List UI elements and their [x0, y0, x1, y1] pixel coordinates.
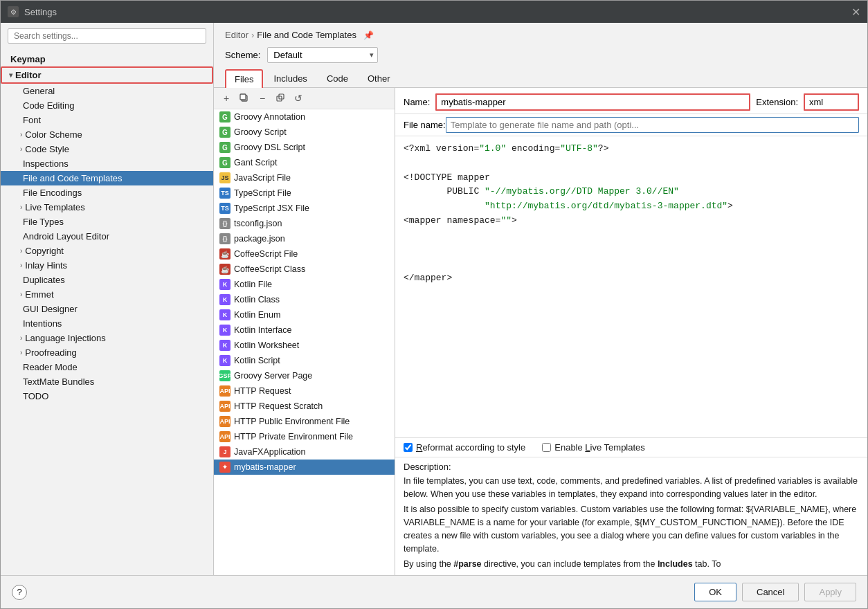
file-item-http-public-env[interactable]: API HTTP Public Environment File: [214, 414, 395, 429]
file-item-groovy-server-page[interactable]: GSP Groovy Server Page: [214, 368, 395, 383]
file-icon-kotlin-file: K: [219, 279, 230, 290]
remove-template-button[interactable]: −: [254, 91, 271, 106]
duplicate-template-button[interactable]: [272, 91, 289, 106]
file-item-javascript[interactable]: JS JavaScript File: [214, 170, 395, 185]
close-button[interactable]: ✕: [851, 6, 860, 19]
file-label-mybatis-mapper: mybatis-mapper: [234, 462, 296, 472]
file-item-kotlin-script[interactable]: K Kotlin Script: [214, 353, 395, 368]
sidebar-item-language-injections[interactable]: › Language Injections: [1, 331, 213, 345]
live-templates-checkbox-label[interactable]: Enable Live Templates: [542, 442, 645, 453]
sidebar-label-code-style: Code Style: [25, 144, 69, 154]
file-item-mybatis-mapper[interactable]: ✦ mybatis-mapper: [214, 460, 395, 475]
live-templates-checkbox[interactable]: [542, 443, 551, 452]
sidebar-item-file-encodings[interactable]: File Encodings: [1, 185, 213, 200]
template-name-input[interactable]: [435, 93, 750, 111]
file-item-javafx[interactable]: J JavaFXApplication: [214, 444, 395, 460]
sidebar-item-file-and-code-templates[interactable]: File and Code Templates: [1, 171, 213, 185]
file-label-kotlin-interface: Kotlin Interface: [234, 325, 291, 335]
code-editor[interactable]: <?xml version="1.0" encoding="UTF-8"?> <…: [395, 136, 867, 438]
sidebar-item-copyright[interactable]: › Copyright: [1, 244, 213, 258]
sidebar-label-proofreading: Proofreading: [25, 347, 76, 358]
sidebar-label-emmet: Emmet: [25, 289, 53, 300]
ok-button[interactable]: OK: [694, 583, 736, 601]
file-item-tsx[interactable]: TS TypeScript JSX File: [214, 201, 395, 216]
file-item-http-request[interactable]: API HTTP Request: [214, 383, 395, 399]
file-item-kotlin-enum[interactable]: K Kotlin Enum: [214, 307, 395, 322]
file-item-typescript[interactable]: TS TypeScript File: [214, 185, 395, 201]
file-label-javascript: JavaScript File: [234, 173, 291, 183]
file-icon-groovy-dsl: G: [219, 142, 230, 153]
breadcrumb-parent: Editor: [225, 30, 248, 40]
sidebar-item-textmate-bundles[interactable]: TextMate Bundles: [1, 374, 213, 389]
file-icon-kotlin-script: K: [219, 355, 230, 366]
sidebar-label-live-templates: Live Templates: [25, 202, 84, 212]
file-item-package-json[interactable]: {} package.json: [214, 231, 395, 246]
tab-files[interactable]: Files: [225, 69, 263, 88]
sidebar-item-file-types[interactable]: File Types: [1, 215, 213, 229]
live-templates-label: Enable Live Templates: [554, 442, 645, 453]
sidebar-item-gui-designer[interactable]: GUI Designer: [1, 302, 213, 316]
file-icon-kotlin-interface: K: [219, 325, 230, 336]
sidebar-item-inspections[interactable]: Inspections: [1, 156, 213, 171]
sidebar: Keymap ▾ Editor General Code Editing Fon…: [1, 23, 214, 575]
file-icon-kotlin-class: K: [219, 294, 230, 305]
search-input[interactable]: [8, 28, 206, 44]
file-item-gant[interactable]: G Gant Script: [214, 155, 395, 170]
file-item-kotlin-worksheet[interactable]: K Kotlin Worksheet: [214, 338, 395, 353]
sidebar-item-editor[interactable]: ▾ Editor: [1, 66, 213, 84]
sidebar-item-color-scheme[interactable]: › Color Scheme: [1, 127, 213, 142]
file-icon-http-public-env: API: [219, 416, 230, 427]
reset-button[interactable]: ↺: [290, 91, 307, 106]
settings-window: ⚙ Settings ✕ Keymap ▾ Editor General Cod…: [0, 0, 868, 609]
titlebar-left: ⚙ Settings: [8, 6, 57, 17]
filename-row: File name:: [395, 114, 867, 136]
file-item-groovy-dsl[interactable]: G Groovy DSL Script: [214, 140, 395, 155]
cancel-button[interactable]: Cancel: [742, 583, 799, 601]
sidebar-item-font[interactable]: Font: [1, 113, 213, 127]
file-item-kotlin-file[interactable]: K Kotlin File: [214, 277, 395, 292]
sidebar-item-code-editing[interactable]: Code Editing: [1, 98, 213, 113]
sidebar-item-keymap[interactable]: Keymap: [1, 52, 213, 66]
template-extension-input[interactable]: [804, 93, 859, 111]
filename-label: File name:: [404, 120, 446, 130]
add-template-button[interactable]: +: [218, 91, 235, 106]
file-item-kotlin-interface[interactable]: K Kotlin Interface: [214, 322, 395, 338]
file-item-tsconfig[interactable]: {} tsconfig.json: [214, 216, 395, 231]
sidebar-item-live-templates[interactable]: › Live Templates: [1, 200, 213, 215]
sidebar-item-inlay-hints[interactable]: › Inlay Hints: [1, 258, 213, 273]
file-icon-mybatis-mapper: ✦: [219, 462, 230, 473]
apply-button[interactable]: Apply: [804, 583, 856, 601]
file-label-tsconfig: tsconfig.json: [234, 219, 282, 228]
reformat-checkbox[interactable]: [404, 443, 413, 452]
copy-template-button[interactable]: [236, 91, 253, 106]
file-item-groovy-script[interactable]: G Groovy Script: [214, 125, 395, 140]
sidebar-item-duplicates[interactable]: Duplicates: [1, 273, 213, 287]
sidebar-item-proofreading[interactable]: › Proofreading: [1, 345, 213, 360]
reformat-checkbox-label[interactable]: Reformat according to style: [404, 442, 525, 453]
tab-includes[interactable]: Includes: [264, 69, 316, 87]
file-item-http-private-env[interactable]: API HTTP Private Environment File: [214, 429, 395, 444]
sidebar-item-intentions[interactable]: Intentions: [1, 316, 213, 331]
sidebar-item-general[interactable]: General: [1, 84, 213, 98]
filename-input[interactable]: [446, 117, 859, 133]
expand-arrow-live-templates: ›: [20, 203, 22, 211]
file-item-coffeescript-class[interactable]: ☕ CoffeeScript Class: [214, 262, 395, 277]
file-list-panel: + − ↺ G Groovy Annotation: [214, 88, 395, 575]
sidebar-item-emmet[interactable]: › Emmet: [1, 287, 213, 302]
footer: ? OK Cancel Apply: [1, 575, 867, 608]
help-button[interactable]: ?: [12, 585, 27, 600]
file-item-kotlin-class[interactable]: K Kotlin Class: [214, 292, 395, 307]
tab-code[interactable]: Code: [318, 69, 357, 87]
file-label-tsx: TypeScript JSX File: [234, 203, 309, 213]
tab-other[interactable]: Other: [359, 69, 399, 87]
file-item-groovy-annotation[interactable]: G Groovy Annotation: [214, 109, 395, 125]
file-item-coffeescript[interactable]: ☕ CoffeeScript File: [214, 246, 395, 262]
pin-icon[interactable]: 📌: [363, 30, 374, 40]
sidebar-item-todo[interactable]: TODO: [1, 389, 213, 403]
sidebar-item-android-layout-editor[interactable]: Android Layout Editor: [1, 229, 213, 244]
scheme-select[interactable]: Default Project: [267, 47, 378, 63]
sidebar-item-code-style[interactable]: › Code Style: [1, 142, 213, 156]
file-item-http-request-scratch[interactable]: API HTTP Request Scratch: [214, 399, 395, 414]
checkboxes-row: Reformat according to style Enable Live …: [395, 438, 867, 457]
sidebar-item-reader-mode[interactable]: Reader Mode: [1, 360, 213, 374]
